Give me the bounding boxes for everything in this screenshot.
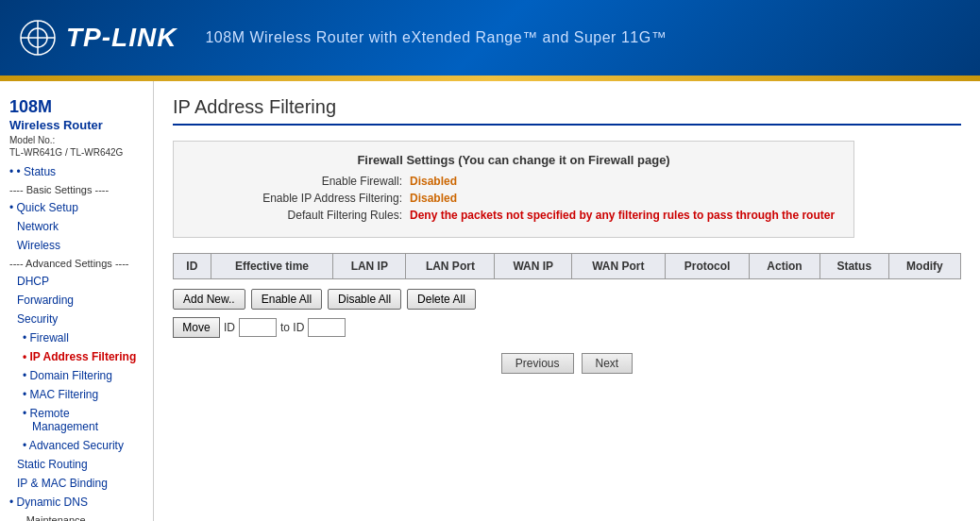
firewall-row-ip-filtering: Enable IP Address Filtering: Disabled [193,192,835,205]
sidebar-section-basic: ---- Basic Settings ---- [0,181,153,198]
firewall-box-title: Firewall Settings (You can change it on … [193,153,835,167]
model-no-label: Model No.: [9,134,144,146]
disable-all-button[interactable]: Disable All [328,289,401,310]
col-header-lan-ip: LAN IP [333,254,406,279]
sidebar-item-forwarding[interactable]: Forwarding [0,291,153,310]
delete-all-button[interactable]: Delete All [407,289,476,310]
firewall-enable-value: Disabled [410,175,457,188]
col-header-modify: Modify [888,254,960,279]
col-header-effective-time: Effective time [211,254,333,279]
sidebar-item-advanced-security[interactable]: • Advanced Security [0,436,153,455]
firewall-default-rules-label: Default Filtering Rules: [193,209,410,222]
brand-108m: 108M [9,96,144,118]
sidebar-item-static-routing[interactable]: Static Routing [0,455,153,474]
sidebar: 108M Wireless Router Model No.: TL-WR641… [0,81,154,521]
logo-area: TP-LINK [19,19,177,57]
col-header-protocol: Protocol [665,254,750,279]
move-id-input[interactable] [239,318,277,337]
col-header-lan-port: LAN Port [406,254,495,279]
action-buttons-row: Add New.. Enable All Disable All Delete … [173,289,961,310]
brand-wireless: Wireless Router [9,118,144,134]
sidebar-item-domain-filtering[interactable]: • Domain Filtering [0,366,153,385]
sidebar-item-dhcp[interactable]: DHCP [0,272,153,291]
enable-all-button[interactable]: Enable All [251,289,322,310]
sidebar-item-mac-filtering[interactable]: • MAC Filtering [0,385,153,404]
sidebar-item-ip-address-filtering[interactable]: • IP Address Filtering [0,347,153,366]
pagination: Previous Next [173,353,961,374]
previous-button[interactable]: Previous [501,353,574,374]
firewall-ip-filtering-value: Disabled [410,192,457,205]
sidebar-item-dynamic-dns[interactable]: • Dynamic DNS [0,493,153,512]
logo-text: TP-LINK [66,23,177,53]
next-button[interactable]: Next [582,353,634,374]
sidebar-item-status[interactable]: • Status [0,162,153,181]
move-to-id-label: to ID [280,321,304,334]
col-header-action: Action [750,254,819,279]
sidebar-item-network[interactable]: Network [0,217,153,236]
sidebar-item-quick-setup[interactable]: • Quick Setup [0,198,153,217]
add-new-button[interactable]: Add New.. [173,289,245,310]
firewall-row-enable: Enable Firewall: Disabled [193,175,835,188]
col-header-status: Status [819,254,888,279]
sidebar-item-firewall[interactable]: • Firewall [0,328,153,347]
firewall-default-rules-value: Deny the packets not specified by any fi… [410,209,835,222]
sidebar-item-security[interactable]: Security [0,310,153,328]
firewall-enable-label: Enable Firewall: [193,175,410,188]
main-layout: 108M Wireless Router Model No.: TL-WR641… [0,81,980,521]
sidebar-item-remote-management[interactable]: • Remote Management [0,404,153,436]
move-row: Move ID to ID [173,317,961,338]
col-header-id: ID [174,254,211,279]
sidebar-item-wireless[interactable]: Wireless [0,236,153,255]
header-tagline: 108M Wireless Router with eXtended Range… [205,29,667,46]
model-no-value: TL-WR641G / TL-WR642G [9,146,144,159]
sidebar-section-advanced: ---- Advanced Settings ---- [0,255,153,272]
firewall-settings-box: Firewall Settings (You can change it on … [173,141,854,238]
sidebar-item-ip-mac-binding[interactable]: IP & MAC Binding [0,474,153,493]
col-header-wan-ip: WAN IP [495,254,571,279]
col-header-wan-port: WAN Port [571,254,665,279]
sidebar-section-maintenance: ---- Maintenance ---- [0,512,153,521]
move-to-id-input[interactable] [308,318,346,337]
move-button[interactable]: Move [173,317,220,338]
firewall-ip-filtering-label: Enable IP Address Filtering: [193,192,410,205]
firewall-row-default-rules: Default Filtering Rules: Deny the packet… [193,209,835,222]
sidebar-brand: 108M Wireless Router Model No.: TL-WR641… [0,89,153,162]
content-area: IP Address Filtering Firewall Settings (… [154,81,980,521]
page-title: IP Address Filtering [173,96,961,126]
tp-link-logo-icon [19,19,57,57]
move-id-label: ID [224,321,235,334]
header: TP-LINK 108M Wireless Router with eXtend… [0,0,980,76]
ip-filter-table: ID Effective time LAN IP LAN Port WAN IP… [173,253,961,279]
